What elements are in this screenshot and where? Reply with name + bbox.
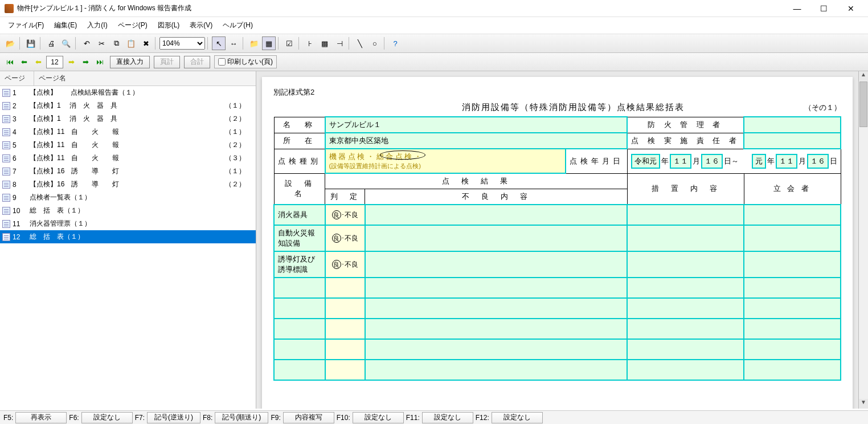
equipment-cell[interactable] — [274, 339, 325, 360]
equipment-cell[interactable]: 自動火災報知設備 — [274, 225, 325, 251]
page-list-item[interactable]: 8【点検】16 誘 導 灯（２） — [0, 178, 256, 191]
inspection-type-value[interactable]: 機 器 点 検 ・ 総 合 点 検 ・ (設備等設置維持計画による点検) — [325, 149, 566, 173]
witness-cell[interactable] — [744, 360, 841, 380]
cursor-tool-icon[interactable]: ↖ — [212, 36, 226, 50]
document-scroll[interactable]: 別記様式第2 消防用設備等（特殊消防用設備等）点検結果総括表 （その１） 名 称… — [256, 71, 858, 409]
witness-cell[interactable] — [744, 225, 841, 251]
witness-cell[interactable] — [744, 319, 841, 339]
direct-input-button[interactable]: 直接入力 — [110, 56, 150, 68]
date-from-era[interactable]: 令和元 — [631, 154, 660, 169]
open-icon[interactable]: 📂 — [3, 36, 17, 50]
action-cell[interactable] — [627, 205, 744, 225]
menu-view[interactable]: 表示(V) — [185, 18, 217, 32]
vertical-scrollbar[interactable]: ▲ ▼ — [858, 71, 868, 409]
name-value[interactable]: サンプルビル１ — [325, 117, 628, 133]
no-print-checkbox[interactable]: 印刷しない(頁) — [214, 55, 277, 68]
tool-icon-2[interactable]: ↔ — [227, 36, 240, 50]
judgement-cell[interactable] — [325, 360, 365, 380]
undo-icon[interactable]: ↶ — [80, 36, 93, 50]
circle-icon[interactable]: ○ — [368, 36, 382, 50]
equipment-cell[interactable]: 誘導灯及び誘導標識 — [274, 251, 325, 278]
prev-page-icon[interactable]: ⬅ — [18, 56, 30, 68]
action-cell[interactable] — [627, 278, 744, 298]
defect-cell[interactable] — [365, 225, 628, 251]
menu-page[interactable]: ページ(P) — [113, 18, 152, 32]
judgement-cell[interactable] — [325, 319, 365, 339]
help-icon[interactable]: ? — [388, 36, 402, 50]
line-icon[interactable]: ╲ — [353, 36, 367, 50]
menu-input[interactable]: 入力(I) — [83, 18, 112, 32]
folder-icon[interactable]: 📁 — [247, 36, 261, 50]
next-page-yellow-icon[interactable]: ➡ — [65, 56, 77, 68]
equipment-cell[interactable] — [274, 360, 325, 380]
defect-cell[interactable] — [365, 319, 628, 339]
equipment-cell[interactable] — [274, 278, 325, 298]
judgement-cell[interactable]: 良･不良 — [325, 225, 365, 251]
scroll-up-icon[interactable]: ▲ — [859, 71, 868, 81]
menu-edit[interactable]: 編集(E) — [50, 18, 81, 32]
scroll-down-icon[interactable]: ▼ — [859, 399, 868, 409]
page-list-item[interactable]: 6【点検】11 自 火 報（３） — [0, 152, 256, 165]
page-list-item[interactable]: 5【点検】11 自 火 報（２） — [0, 138, 256, 152]
equipment-cell[interactable]: 消火器具 — [274, 205, 325, 225]
witness-cell[interactable] — [744, 251, 841, 278]
defect-cell[interactable] — [365, 205, 628, 225]
layout-icon[interactable]: ▦ — [262, 36, 276, 50]
first-page-icon[interactable]: ⏮ — [3, 56, 16, 68]
defect-cell[interactable] — [365, 278, 628, 298]
menu-shape[interactable]: 図形(L) — [153, 18, 185, 32]
action-cell[interactable] — [627, 251, 744, 278]
check-icon[interactable]: ☑ — [282, 36, 296, 50]
maximize-button[interactable]: ☐ — [811, 1, 837, 17]
total-button[interactable]: 合計 — [184, 56, 210, 68]
location-value[interactable]: 東京都中央区築地 — [325, 133, 628, 149]
preview-icon[interactable]: 🔍 — [59, 36, 73, 50]
manager-value[interactable] — [744, 117, 841, 133]
judgement-cell[interactable]: 良･不良 — [325, 251, 365, 278]
defect-cell[interactable] — [365, 339, 628, 360]
judgement-cell[interactable] — [325, 339, 365, 360]
page-sum-button[interactable]: 頁計 — [154, 56, 180, 68]
date-from-day[interactable]: １６ — [701, 154, 723, 169]
prev-page-yellow-icon[interactable]: ⬅ — [32, 56, 44, 68]
page-list-item[interactable]: 1【点検】 点検結果報告書（１） — [0, 86, 256, 99]
menu-help[interactable]: ヘルプ(H) — [218, 18, 257, 32]
page-list-item[interactable]: 12総 括 表（１） — [0, 230, 256, 243]
date-to-era[interactable]: 元 — [752, 154, 766, 169]
grid-icon[interactable]: ▩ — [318, 36, 331, 50]
page-list-item[interactable]: 4【点検】11 自 火 報（１） — [0, 125, 256, 138]
action-cell[interactable] — [627, 298, 744, 319]
paste-icon[interactable]: 📋 — [124, 36, 138, 50]
page-list-item[interactable]: 9点検者一覧表（１） — [0, 191, 256, 204]
copy-icon[interactable]: ⧉ — [109, 36, 123, 50]
page-list-item[interactable]: 10総 括 表（１） — [0, 204, 256, 217]
defect-cell[interactable] — [365, 251, 628, 278]
witness-cell[interactable] — [744, 339, 841, 360]
equipment-cell[interactable] — [274, 298, 325, 319]
action-cell[interactable] — [627, 225, 744, 251]
print-icon[interactable]: 🖨 — [44, 36, 58, 50]
date-to-month[interactable]: １１ — [776, 154, 797, 169]
responsible-value[interactable] — [744, 133, 841, 149]
page-list-item[interactable]: 2【点検】1 消 火 器 具（１） — [0, 99, 256, 112]
equipment-cell[interactable] — [274, 319, 325, 339]
last-page-icon[interactable]: ⏭ — [93, 56, 106, 68]
defect-cell[interactable] — [365, 360, 628, 380]
judgement-cell[interactable]: 良･不良 — [325, 205, 365, 225]
tool-icon-3[interactable]: ⊦ — [303, 36, 317, 50]
judgement-cell[interactable] — [325, 298, 365, 319]
next-page-icon[interactable]: ➡ — [79, 56, 92, 68]
defect-cell[interactable] — [365, 298, 628, 319]
minimize-button[interactable]: — — [784, 1, 810, 17]
cut-icon[interactable]: ✂ — [95, 36, 108, 50]
action-cell[interactable] — [627, 319, 744, 339]
judgement-cell[interactable] — [325, 278, 365, 298]
delete-icon[interactable]: ✖ — [139, 36, 153, 50]
date-to-day[interactable]: １６ — [807, 154, 829, 169]
action-cell[interactable] — [627, 360, 744, 380]
date-from-month[interactable]: １１ — [670, 154, 691, 169]
page-number-input[interactable] — [46, 56, 63, 68]
close-button[interactable]: ✕ — [838, 1, 863, 17]
action-cell[interactable] — [627, 339, 744, 360]
page-list-item[interactable]: 11消火器管理票（１） — [0, 217, 256, 230]
